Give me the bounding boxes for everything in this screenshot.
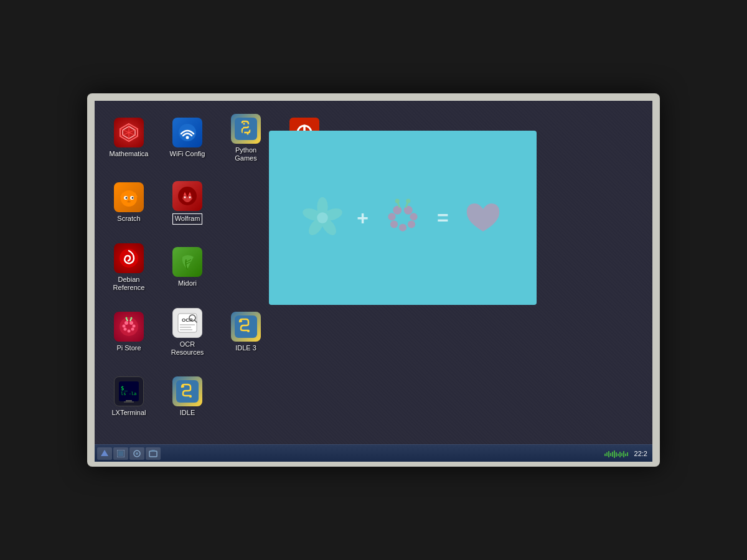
svg-marker-74 — [101, 450, 108, 456]
svg-point-13 — [121, 190, 137, 207]
svg-point-63 — [393, 206, 402, 215]
python-games-icon — [231, 114, 261, 144]
icon-debian[interactable]: DebianReference — [101, 236, 157, 299]
debian-label: DebianReference — [113, 276, 145, 292]
mathematica-icon — [114, 118, 144, 147]
scratch-icon — [114, 182, 144, 212]
icon-lxterminal[interactable]: $_ ls -la LXTerminal — [101, 366, 157, 428]
svg-point-25 — [120, 317, 138, 336]
mathematica-label: Mathematica — [110, 150, 149, 158]
svg-point-26 — [125, 321, 128, 325]
svg-point-64 — [404, 206, 413, 215]
svg-rect-89 — [619, 452, 621, 457]
ocr-resources-icon: OCR — [172, 308, 202, 338]
svg-point-47 — [247, 330, 250, 332]
raspberry-icon — [381, 196, 425, 240]
svg-rect-53 — [124, 401, 134, 403]
screen-inner: Mathematica WiFi Config — [95, 101, 652, 462]
taskbar-right: 22:2 — [604, 449, 650, 459]
svg-rect-91 — [623, 451, 624, 457]
desktop: Mathematica WiFi Config — [95, 101, 652, 462]
svg-point-55 — [182, 385, 184, 388]
popup-window[interactable]: + — [269, 131, 537, 305]
plus-symbol: + — [357, 207, 369, 230]
scratch-label: Scratch — [117, 215, 140, 223]
svg-point-22 — [184, 197, 186, 198]
icon-pi-store[interactable]: Pi Store — [101, 301, 157, 363]
svg-text:OCR: OCR — [182, 317, 193, 323]
svg-point-31 — [131, 328, 134, 331]
icon-midori[interactable]: Midori — [159, 236, 215, 299]
icon-python-games[interactable]: PythonGames — [218, 107, 274, 169]
idle3-label: IDLE 3 — [235, 344, 256, 352]
icon-idle3[interactable]: IDLE 3 — [218, 301, 274, 363]
svg-point-66 — [410, 213, 417, 220]
midori-icon — [172, 247, 202, 277]
svg-rect-40 — [180, 324, 195, 325]
ocr-resources-label: OCRResources — [171, 340, 204, 357]
icon-ocr-resources[interactable]: OCR OCRResources — [159, 301, 215, 363]
svg-point-73 — [406, 198, 410, 203]
taskbar-menu-btn[interactable] — [97, 447, 112, 460]
svg-rect-90 — [621, 453, 622, 456]
taskbar-btn-2[interactable] — [129, 447, 144, 460]
taskbar-btn-1[interactable] — [113, 447, 128, 460]
debian-icon — [114, 243, 144, 273]
svg-point-9 — [247, 133, 249, 134]
icon-empty-5 — [276, 301, 332, 363]
midori-label: Midori — [178, 279, 197, 287]
pi-store-icon — [114, 312, 144, 342]
svg-point-6 — [186, 136, 189, 139]
svg-point-24 — [120, 249, 138, 268]
svg-rect-79 — [149, 451, 157, 457]
svg-rect-83 — [608, 451, 609, 457]
svg-rect-88 — [618, 454, 619, 456]
svg-rect-84 — [610, 453, 611, 456]
icon-wolfram[interactable]: Wolfram — [159, 172, 215, 234]
pi-store-label: Pi Store — [116, 344, 141, 352]
idle-label: IDLE — [180, 409, 195, 417]
icon-wifi-config[interactable]: WiFi Config — [159, 107, 215, 169]
flower-icon — [301, 196, 344, 240]
idle-icon — [172, 376, 202, 406]
lxterminal-label: LXTerminal — [111, 409, 146, 417]
svg-point-78 — [136, 452, 138, 455]
svg-point-65 — [388, 213, 395, 220]
svg-rect-93 — [627, 452, 628, 456]
svg-point-27 — [129, 321, 133, 325]
svg-point-32 — [128, 330, 131, 333]
svg-point-35 — [126, 317, 128, 319]
wolfram-label: Wolfram — [172, 213, 203, 224]
taskbar-waveform — [604, 449, 629, 459]
svg-point-69 — [399, 224, 406, 231]
svg-rect-86 — [614, 450, 615, 458]
wifi-icon — [172, 118, 202, 147]
svg-point-20 — [128, 200, 129, 202]
equals-symbol: = — [437, 207, 449, 230]
idle3-icon — [231, 312, 261, 342]
svg-text:$_: $_ — [121, 385, 128, 391]
svg-point-56 — [189, 395, 192, 398]
svg-point-62 — [317, 212, 329, 223]
popup-content: + — [288, 184, 517, 252]
svg-rect-76 — [118, 451, 123, 456]
taskbar-btn-3[interactable] — [146, 447, 161, 460]
icon-mathematica[interactable]: Mathematica — [101, 107, 157, 169]
svg-rect-85 — [612, 452, 613, 457]
svg-rect-82 — [606, 452, 608, 456]
icon-scratch[interactable]: Scratch — [101, 172, 157, 234]
screen-outer: Mathematica WiFi Config — [87, 93, 660, 467]
lxterminal-icon: $_ ls -la — [114, 376, 144, 406]
svg-point-46 — [240, 320, 242, 322]
svg-point-8 — [243, 123, 245, 124]
python-games-label: PythonGames — [235, 146, 256, 162]
svg-point-36 — [131, 317, 133, 319]
icon-idle[interactable]: IDLE — [159, 366, 215, 428]
icon-empty-3 — [218, 236, 274, 299]
svg-point-68 — [408, 220, 415, 228]
svg-point-21 — [178, 187, 197, 205]
wifi-config-label: WiFi Config — [170, 150, 205, 158]
svg-rect-80 — [151, 450, 155, 452]
svg-rect-42 — [180, 329, 192, 330]
svg-point-23 — [189, 197, 191, 198]
